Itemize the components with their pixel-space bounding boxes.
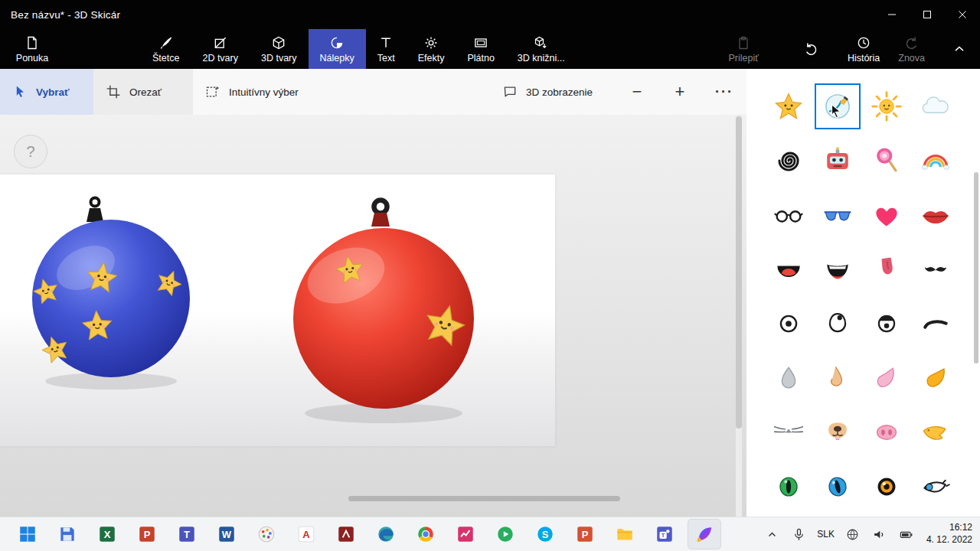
rainbow-sticker[interactable] [913,139,958,183]
tab-2d-shapes[interactable]: 2D tvary [191,29,250,69]
tab-label: Text [377,53,395,64]
robot-sticker[interactable] [815,139,860,183]
blue-ornament[interactable] [31,198,190,378]
open-mouth-sticker[interactable] [766,247,811,292]
taskbar-teams-2[interactable]: T [648,519,681,549]
help-button[interactable]: ? [14,135,47,168]
tab-label: Štetce [152,53,179,64]
paste-button[interactable]: Prilepiť [719,29,767,69]
sun-sticker[interactable] [864,84,909,129]
tab-text[interactable]: Text [366,29,407,69]
tab-3d-library[interactable]: 3D knižni... [506,29,577,69]
drawing-canvas[interactable] [0,174,555,446]
looking-eye-sticker[interactable] [815,302,860,346]
taskbar-chart-app[interactable] [449,519,482,549]
win-icon [18,524,38,544]
taskbar-word[interactable]: W [210,519,243,549]
close-button[interactable] [945,0,980,29]
teams-icon: T [177,524,197,544]
gray-nose-sticker[interactable] [766,356,811,400]
tab-3d-shapes[interactable]: 3D tvary [250,29,309,69]
taskbar-maroon-app[interactable] [329,519,363,549]
canvas-vertical-scrollbar[interactable] [736,116,742,429]
clock[interactable]: 16:12 4. 12. 2022 [926,522,972,546]
taskbar-floppy-app[interactable] [51,519,84,549]
tab-canvas[interactable]: Plátno [456,29,505,69]
crop-label: Orezať [129,86,162,98]
taskbar-skype[interactable]: S [528,519,562,549]
dog-nose-sticker[interactable] [815,410,860,455]
start-button[interactable] [11,519,44,549]
volume-icon[interactable] [870,524,890,544]
collapse-ribbon-button[interactable] [939,29,980,69]
orange-beak-sticker[interactable] [913,356,958,400]
cat-whiskers-sticker[interactable] [766,410,811,455]
edge-icon [376,524,396,544]
lollipop-sticker[interactable] [864,139,909,183]
crop-button[interactable]: Orezať [93,69,193,115]
taskbar-chrome[interactable] [409,519,443,549]
red-ornament[interactable] [293,201,474,409]
taskbar-powerpoint-2[interactable]: P [568,519,602,549]
wide-eye-sticker[interactable] [864,302,909,346]
view-3d-button[interactable]: 3D zobrazenie [490,69,605,115]
star-sticker[interactable] [766,84,811,129]
doodle-sticker[interactable] [815,84,860,129]
undo-button[interactable] [794,29,828,69]
zoom-out-button[interactable]: − [620,69,654,115]
sunglasses-sticker[interactable] [815,193,860,237]
redo-button[interactable]: Znova [889,29,934,69]
microphone-icon[interactable] [789,524,808,544]
spiral-sticker[interactable] [766,139,811,183]
tab-stickers[interactable]: Nálepky [309,29,366,69]
lips-sticker[interactable] [913,193,958,237]
network-icon[interactable] [843,524,863,544]
heart-sticker[interactable] [864,193,909,237]
language-indicator[interactable]: SLK [815,529,836,540]
battery-icon[interactable] [897,524,916,544]
select-button[interactable]: Vybrať [0,69,93,115]
tongue-sticker[interactable] [864,247,909,292]
taskbar-teams[interactable]: T [170,519,204,549]
green-cat-eye-sticker[interactable] [766,465,811,509]
tab-brushes[interactable]: Štetce [141,29,191,69]
stickers-panel [746,69,980,517]
tray-chevron-up-icon[interactable] [762,524,782,544]
cloud-sticker[interactable] [913,84,958,129]
zoom-in-button[interactable]: + [663,69,697,115]
blue-eye-sticker[interactable] [913,465,958,509]
side-nose-sticker[interactable] [815,356,860,400]
menu-button[interactable]: Ponuka [0,29,64,69]
taskbar-folder[interactable] [608,519,642,549]
minimize-button[interactable] [874,0,910,29]
pig-snout-sticker[interactable] [864,410,909,455]
taskbar-edge[interactable] [369,519,403,549]
orange-eye-sticker[interactable] [864,465,909,509]
taskbar-paint[interactable] [250,519,283,549]
glasses-sticker[interactable] [766,193,811,237]
lips-icon [919,198,952,232]
history-button[interactable]: História [838,29,889,69]
taskbar-paint3d[interactable] [688,519,721,549]
eyewide-icon [870,307,903,341]
maximize-button[interactable] [910,0,945,29]
more-options-button[interactable]: ··· [706,69,743,115]
eyebrow-sticker[interactable] [913,302,958,346]
magic-select-label: Intuitívny výber [229,86,299,98]
eye-sticker[interactable] [766,302,811,346]
taskbar-excel[interactable]: X [90,519,124,549]
petal-nose-sticker[interactable] [864,356,909,400]
mustache-sticker[interactable] [913,247,958,292]
duck-beak-sticker[interactable] [913,410,958,455]
magic-select-button[interactable]: Intuitívny výber [193,69,338,115]
blue-cat-eye-sticker[interactable] [815,465,860,509]
tab-effects[interactable]: Efekty [407,29,456,69]
svg-text:A: A [302,529,310,540]
taskbar-acrobat[interactable]: A [289,519,323,549]
taskbar-media-app[interactable] [488,519,522,549]
canvas-horizontal-scrollbar[interactable] [348,496,620,501]
laughing-mouth-sticker[interactable] [815,247,860,292]
panel-scrollbar[interactable] [974,172,978,364]
taskbar-powerpoint[interactable]: P [130,519,164,549]
shapes2d-icon [213,35,228,51]
